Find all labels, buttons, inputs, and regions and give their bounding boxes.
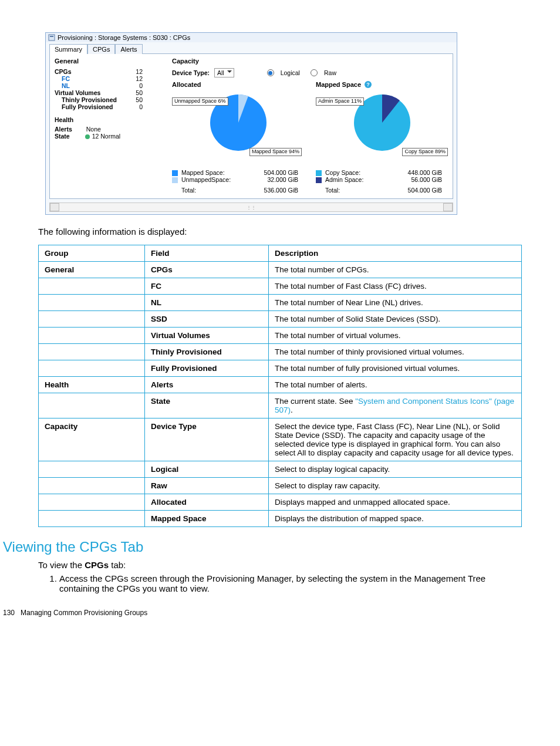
state-value: 12 Normal — [85, 133, 120, 140]
cell-group — [39, 295, 145, 311]
allocated-chart: Allocated Unmapped Space 6% Mapped Space… — [172, 81, 304, 194]
cell-field: NL — [145, 295, 269, 311]
capacity-column: Capacity Device Type: All Logical Raw Al… — [172, 58, 448, 194]
th-field: Field — [145, 245, 269, 262]
cpgs-value: 12 — [136, 68, 143, 75]
intro-text: The following information is displayed: — [38, 227, 522, 237]
logical-radio[interactable] — [267, 69, 274, 76]
tab-alerts[interactable]: Alerts — [115, 44, 142, 54]
mapped-callout: Mapped Space 94% — [249, 148, 302, 156]
table-row: GeneralCPGsThe total number of CPGs. — [39, 262, 522, 278]
cell-group: Capacity — [39, 418, 145, 461]
allocated-total-label: Total: — [172, 187, 196, 194]
capacity-heading: Capacity — [172, 58, 448, 65]
admin-callout: Admin Space 11% — [316, 97, 364, 106]
table-row: Virtual VolumesThe total number of virtu… — [39, 328, 522, 344]
scroll-left-button[interactable] — [50, 203, 59, 211]
cell-field: Logical — [145, 461, 269, 478]
th-desc: Description — [269, 245, 522, 262]
device-type-label: Device Type: — [172, 69, 210, 76]
cell-field: Device Type — [145, 418, 269, 461]
section-heading: Viewing the CPGs Tab — [3, 539, 522, 555]
logical-label: Logical — [281, 69, 300, 76]
swatch-mapped-icon — [172, 170, 178, 176]
tab-summary[interactable]: Summary — [49, 44, 87, 54]
device-type-dropdown[interactable]: All — [214, 68, 234, 77]
fc-label[interactable]: FC — [55, 75, 70, 82]
cell-group — [39, 478, 145, 494]
cell-group — [39, 360, 145, 377]
cell-group — [39, 461, 145, 478]
horizontal-scrollbar[interactable]: ⋮⋮ — [49, 202, 453, 212]
nl-value: 0 — [139, 82, 143, 89]
cell-desc: The total number of virtual volumes. — [269, 328, 522, 344]
table-row: LogicalSelect to display logical capacit… — [39, 461, 522, 478]
cell-group — [39, 393, 145, 418]
scroll-grip-icon: ⋮⋮ — [247, 205, 256, 210]
mapped-title: Mapped Space — [316, 81, 361, 88]
legend-mapped-val: 504.000 GiB — [264, 169, 298, 176]
cell-group — [39, 328, 145, 344]
cell-field: Thinly Provisioned — [145, 344, 269, 360]
allocated-total-val: 536.000 GiB — [264, 187, 298, 194]
section-intro: To view the CPGs tab: — [38, 560, 522, 570]
screenshot-panel: Provisioning : Storage Systems : S030 : … — [45, 32, 457, 215]
cpgs-label: CPGs — [55, 68, 72, 75]
status-normal-icon — [85, 134, 90, 139]
th-group: Group — [39, 245, 145, 262]
table-row: Mapped SpaceDisplays the distribution of… — [39, 511, 522, 527]
cell-field: Mapped Space — [145, 511, 269, 527]
table-row: Thinly ProvisionedThe total number of th… — [39, 344, 522, 360]
health-heading: Health — [55, 116, 160, 123]
scroll-right-button[interactable] — [443, 203, 453, 211]
table-row: Fully ProvisionedThe total number of ful… — [39, 360, 522, 377]
cell-field: Virtual Volumes — [145, 328, 269, 344]
legend-admin-val: 56.000 GiB — [411, 176, 442, 183]
cell-desc: The total number of fully provisioned vi… — [269, 360, 522, 377]
allocated-title: Allocated — [172, 81, 201, 88]
cell-group — [39, 278, 145, 295]
table-row: SSDThe total number of Solid State Devic… — [39, 311, 522, 328]
cell-group: Health — [39, 377, 145, 393]
table-row: HealthAlertsThe total number of alerts. — [39, 377, 522, 393]
legend-copy-label: Copy Space: — [325, 169, 360, 176]
cell-group — [39, 494, 145, 511]
legend-mapped-label: Mapped Space: — [181, 169, 225, 176]
table-row: RawSelect to display raw capacity. — [39, 478, 522, 494]
swatch-copy-icon — [316, 170, 322, 176]
cell-desc: The current state. See "System and Compo… — [269, 393, 522, 418]
cell-field: State — [145, 393, 269, 418]
nl-label[interactable]: NL — [55, 82, 70, 89]
page-footer: 130 Managing Common Provisioning Groups — [3, 609, 522, 617]
mapped-total-label: Total: — [316, 187, 340, 194]
full-value: 0 — [139, 103, 143, 110]
cell-group — [39, 344, 145, 360]
cell-field: SSD — [145, 311, 269, 328]
cell-desc: Select the device type, Fast Class (FC),… — [269, 418, 522, 461]
cell-field: Allocated — [145, 494, 269, 511]
raw-radio[interactable] — [311, 69, 318, 76]
tab-cpgs[interactable]: CPGs — [87, 44, 115, 54]
table-row: CapacityDevice TypeSelect the device typ… — [39, 418, 522, 461]
alerts-label: Alerts — [55, 126, 72, 133]
copy-callout: Copy Space 89% — [402, 148, 448, 156]
state-label: State — [55, 133, 70, 140]
window-icon — [48, 34, 55, 41]
cell-field: Raw — [145, 478, 269, 494]
cell-field: CPGs — [145, 262, 269, 278]
legend-unmapped-val: 32.000 GiB — [267, 176, 298, 183]
fc-value: 12 — [136, 75, 143, 82]
field-description-table: Group Field Description GeneralCPGsThe t… — [38, 245, 522, 527]
cell-desc: The total number of Near Line (NL) drive… — [269, 295, 522, 311]
cell-field: Alerts — [145, 377, 269, 393]
cell-desc: The total number of thinly provisioned v… — [269, 344, 522, 360]
cell-desc: The total number of Fast Class (FC) driv… — [269, 278, 522, 295]
unmapped-callout: Unmapped Space 6% — [172, 97, 228, 106]
thin-value: 50 — [136, 96, 143, 103]
help-icon[interactable]: ? — [365, 81, 372, 88]
cell-desc: Select to display logical capacity. — [269, 461, 522, 478]
vv-value: 50 — [136, 89, 143, 96]
legend-unmapped-label: UnmappedSpace: — [181, 176, 231, 183]
table-row: StateThe current state. See "System and … — [39, 393, 522, 418]
cell-field: Fully Provisioned — [145, 360, 269, 377]
